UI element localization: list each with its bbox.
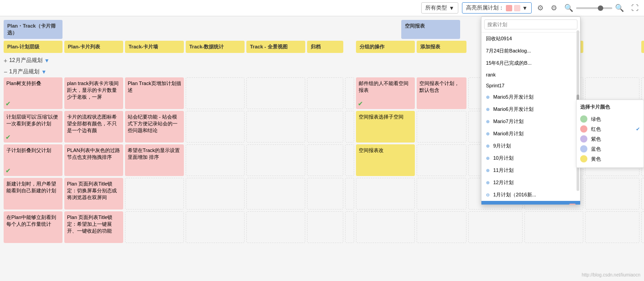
section-jan-dropdown[interactable]: ▼ [41,69,47,75]
zoom-slider[interactable] [576,7,612,9]
dropdown-item-jan2016[interactable]: ⊖ 1月计划（2016新... [481,189,580,201]
section-jan-toggle[interactable]: − [4,68,7,76]
color-picker-title: 选择卡片颜色 [580,104,640,110]
card-workload[interactable]: 在Plan中能够立刻看到每个人的工作量统计 [4,211,62,243]
red-check: ✔ [636,126,640,132]
card-plan-list[interactable]: plan track列表卡片项间距大，显示的卡片数量少于老板，一屏 [64,77,123,109]
card-empty-8 [186,111,245,143]
card-new-plan[interactable]: 新建计划时，用户希望能看到自己新建的计划 [4,178,62,210]
card-plan-grey[interactable]: PLAN列表中灰色的过路节点也支持拖拽排序 [64,144,123,176]
section-dec-toggle[interactable]: + [4,57,7,64]
card-empty-35 [186,211,245,243]
highlight-swatch-pink [506,5,512,11]
zoom-out-button[interactable]: 🔍 [562,3,575,13]
blue-label: 蓝色 [591,146,601,152]
dropdown-item-july24[interactable]: 7月24日前Backlog... [481,45,580,57]
sub-header-track-overview: Track - 全景视图 [246,41,305,53]
plan-dropdown[interactable]: 回收站0914 7月24日前Backlog... 15年6月已完成的B... r… [481,16,581,205]
dropdown-item-oct[interactable]: ⊕ 10月计划 [481,152,580,164]
section-dec-dropdown[interactable]: ▼ [44,57,50,64]
card-empty-40 [468,211,523,243]
sub-header-plan-level: Plan-计划层级 [4,41,62,53]
card-empty-1 [186,77,245,109]
header-empty5 [289,20,343,39]
settings-icon[interactable]: ⚙ [535,3,545,13]
card-empty-28 [356,178,415,210]
dropdown-item-sept[interactable]: ⊕ 9月计划 [481,140,580,152]
highlight-button[interactable]: 高亮所属计划： ▼ [462,2,532,14]
card-space-select[interactable]: 空间报表选择子空间 [356,111,415,143]
card-mail-report[interactable]: 邮件组的人不能看空间报表 ✔ [356,77,415,109]
sub-header-spacer [345,41,354,53]
dropdown-search-area [481,17,580,33]
dropdown-item-june15[interactable]: 15年6月已完成的B... [481,57,580,69]
sub-header-track-wall: Track-卡片墙 [125,41,184,53]
filter-chevron: ▼ [449,5,454,11]
dropdown-item-nov[interactable]: ⊕ 11月计划 [481,164,580,176]
zoom-in-button[interactable]: 🔍 [613,3,626,13]
card-empty-29 [417,178,466,210]
filter-icon2[interactable]: ⚙ [549,3,559,13]
dropdown-item-mario7[interactable]: ⊕ Mario7月计划 [481,115,580,128]
red-circle [580,125,587,133]
expand-sept-icon: ⊕ [486,143,490,148]
card-plan-title-lock[interactable]: Plan 页面列表Title锁定：切换屏幕分别态或将浏览器在双屏间 [64,178,123,210]
card-spacer-2 [345,111,354,143]
color-option-yellow[interactable]: 黄色 [580,154,640,164]
color-option-green[interactable]: 绿色 [580,114,640,124]
sub-header-plan-cards: Plan-卡片列表 [64,41,123,53]
card-empty-41 [524,211,583,243]
card-spacer-4 [345,178,354,210]
card-standup[interactable]: 站会纪要功能 - 站会模式下方便记录站会的一些问题和结论 [125,111,184,143]
top-bar: 所有类型 ▼ 高亮所属计划： ▼ ⚙ ⚙ 🔍 🔍 ⛶ [0,0,644,16]
card-spacer-5 [345,211,354,243]
color-option-blue[interactable]: 蓝色 [580,144,640,154]
dropdown-item-rank[interactable]: rank [481,69,580,80]
dropdown-item-mario8[interactable]: ⊕ Mario8月计划 [481,128,580,140]
dropdown-search-input[interactable] [484,19,577,29]
header-empty6 [345,20,399,39]
card-plan-fold[interactable]: Plan树支持折叠 ✔ [4,77,62,109]
dropdown-item-mario6[interactable]: ⊕ Mario6月开发计划 [481,103,580,115]
sub-header-empty2 [585,41,639,53]
card-card-status[interactable]: 卡片的流程状态图标希望全部都有颜色，不只是一个边有颜 [64,111,123,143]
card-plan-compress[interactable]: 计划层级可以'压缩'以便一次看到更多的计划 ✔ [4,111,62,143]
card-spacer-3 [345,144,354,176]
card-plan-expand[interactable]: Plan 页面列表Title锁定：希望加上一键展开、一键收起的功能 [64,211,123,243]
dropdown-item-sprint35[interactable]: Sprint35 - Jan 8 [481,201,580,205]
dropdown-item-huizhan[interactable]: 回收站0914 [481,33,580,45]
fullscreen-button[interactable]: ⛶ [630,3,640,13]
dropdown-item-sprint17[interactable]: Sprint17 [481,80,580,91]
card-empty-19 [417,144,466,176]
dropdown-item-dec[interactable]: ⊕ 12月计划 [481,176,580,189]
filter-button[interactable]: 所有类型 ▼ [421,2,458,14]
expand-mario7-icon: ⊕ [486,119,490,124]
card-empty-42 [585,211,639,243]
card-empty-36 [246,211,305,243]
sub-header-add-report: 添加报表 [417,41,466,53]
card-space-modify[interactable]: 空间报表改 [356,144,415,176]
highlight-swatch-pink2 [514,5,520,11]
highlight-label: 高亮所属计划： [466,4,504,12]
expand-mario8-icon: ⊕ [486,131,490,136]
card-empty-17 [246,144,305,176]
header-empty9 [574,20,629,39]
card-empty-32 [585,178,639,210]
expand-mario6-icon: ⊕ [486,107,490,112]
card-check-icon: ✔ [5,100,11,107]
card-empty-38 [356,211,415,243]
card-child-fold[interactable]: 子计划折叠到父计划 ✔ [4,144,62,176]
dropdown-item-mario5[interactable]: ⊕ Mario5月开发计划 [481,91,580,103]
card-space-report-default[interactable]: 空间报表个计划，默认包含 [417,77,466,109]
card-empty-34 [125,211,184,243]
card-empty-16 [186,144,245,176]
card-empty-18 [307,144,343,176]
dropdown-list: 回收站0914 7月24日前Backlog... 15年6月已完成的B... r… [481,33,580,205]
card-plan-track-desc[interactable]: Plan Track页增加计划描述 [125,77,184,109]
color-option-red[interactable]: 红色 ✔ [580,124,640,134]
expand-dec-icon: ⊕ [486,180,490,185]
yellow-label: 黄色 [591,156,601,162]
color-option-purple[interactable]: 紫色 [580,134,640,144]
card-track-sort[interactable]: 希望在Track的显示设置里面增加 排序 [125,144,184,176]
red-label: 红色 [591,126,601,133]
